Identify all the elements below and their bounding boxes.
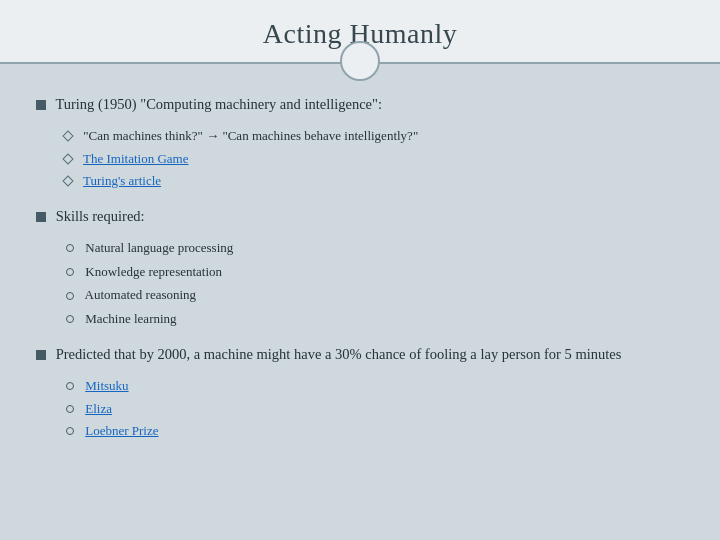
diamond-icon-3	[62, 176, 73, 187]
slide: Acting Humanly Turing (1950) "Computing …	[0, 0, 720, 540]
section1-subitems: "Can machines think?" → "Can machines be…	[36, 126, 684, 192]
section1-link1-item: The Imitation Game	[64, 149, 684, 170]
link-item-loebner: Loebner Prize	[66, 421, 684, 442]
skill-item-2: Knowledge representation	[66, 262, 684, 283]
section3-links: Mitsuku Eliza Loebner Prize	[36, 376, 684, 442]
imitation-game-link[interactable]: The Imitation Game	[83, 151, 188, 166]
circle-bullet-icon-2	[66, 268, 74, 276]
section1-main: Turing (1950) "Computing machinery and i…	[36, 94, 684, 116]
circle-bullet-icon-4	[66, 315, 74, 323]
circle-bullet-icon-6	[66, 405, 74, 413]
section2-main: Skills required:	[36, 206, 684, 228]
section-2: Skills required: Natural language proces…	[36, 206, 684, 330]
loebner-prize-link[interactable]: Loebner Prize	[85, 423, 158, 438]
mitsuku-link[interactable]: Mitsuku	[85, 378, 128, 393]
diamond-icon	[62, 130, 73, 141]
turing-article-link[interactable]: Turing's article	[83, 173, 161, 188]
circle-bullet-icon-3	[66, 292, 74, 300]
diamond-icon-2	[62, 153, 73, 164]
section1-sub1: "Can machines think?" → "Can machines be…	[64, 126, 684, 147]
square-bullet-icon-3	[36, 350, 46, 360]
section-1: Turing (1950) "Computing machinery and i…	[36, 94, 684, 192]
square-bullet-icon-2	[36, 212, 46, 222]
section3-main: Predicted that by 2000, a machine might …	[36, 344, 684, 366]
section-3: Predicted that by 2000, a machine might …	[36, 344, 684, 442]
link-item-eliza: Eliza	[66, 399, 684, 420]
circle-bullet-icon-7	[66, 427, 74, 435]
skill-item-4: Machine learning	[66, 309, 684, 330]
link-item-mitsuku: Mitsuku	[66, 376, 684, 397]
skill-item-1: Natural language processing	[66, 238, 684, 259]
slide-title: Acting Humanly	[20, 18, 700, 50]
skill-item-3: Automated reasoning	[66, 285, 684, 306]
square-bullet-icon	[36, 100, 46, 110]
skills-list: Natural language processing Knowledge re…	[36, 238, 684, 330]
section1-link2-item: Turing's article	[64, 171, 684, 192]
slide-content: Turing (1950) "Computing machinery and i…	[0, 64, 720, 540]
circle-bullet-icon-1	[66, 244, 74, 252]
circle-bullet-icon-5	[66, 382, 74, 390]
eliza-link[interactable]: Eliza	[85, 401, 112, 416]
title-bar: Acting Humanly	[0, 0, 720, 64]
